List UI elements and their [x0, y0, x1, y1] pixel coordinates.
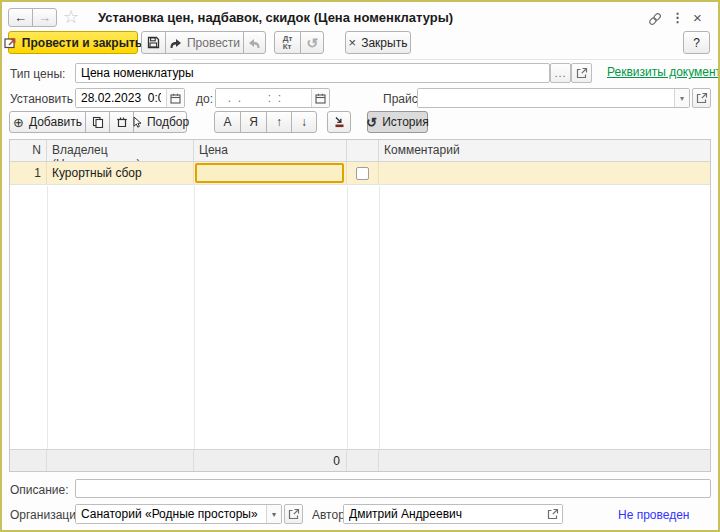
undo-arrow-icon [248, 37, 261, 49]
favorite-star-icon[interactable]: ☆ [63, 6, 79, 28]
grid-line [47, 186, 48, 449]
price-list-open-button[interactable] [692, 88, 711, 108]
set-from-field [75, 88, 185, 108]
author-field [343, 504, 563, 524]
sort-desc-button[interactable]: Я [240, 111, 267, 133]
col-header-n[interactable]: N [10, 140, 47, 161]
posting-history-button[interactable]: ↺ [300, 31, 324, 54]
post-and-close-button[interactable]: Провести и закрыть [8, 31, 138, 54]
history-button[interactable]: ↺ История [367, 111, 428, 133]
post-button[interactable]: Провести [165, 31, 244, 54]
set-to-calendar-button[interactable] [311, 89, 329, 107]
pick-label: Подбор [147, 115, 189, 129]
table-row[interactable]: 1 Курортный сбор [10, 162, 710, 185]
grid-line [194, 186, 195, 449]
price-total: 0 [194, 450, 347, 471]
add-row-button[interactable]: ⊕ Добавить [9, 111, 86, 133]
more-menu-icon[interactable]: ⋮ [671, 10, 684, 25]
copy-row-button[interactable] [85, 111, 110, 133]
document-window: ← → ☆ Установка цен, надбавок, скидок (Ц… [0, 0, 720, 532]
move-down-button[interactable]: ↓ [291, 111, 317, 133]
status-badge: Не проведен [618, 508, 689, 522]
close-button[interactable]: × Закрыть [345, 31, 411, 54]
document-details-link[interactable]: Реквизиты документа [607, 65, 720, 79]
price-cell[interactable] [194, 162, 347, 184]
sort-asc-button[interactable]: А [214, 111, 241, 133]
ellipsis-icon: ... [554, 67, 566, 79]
toolbar-separator [172, 59, 712, 60]
description-label: Описание: [10, 483, 69, 497]
price-type-more-button[interactable]: ... [550, 63, 571, 83]
arrow-to-bar-icon [333, 116, 346, 129]
close-window-icon[interactable]: × [693, 9, 702, 26]
debit-credit-button[interactable]: ДтКт [274, 31, 301, 54]
row-number-cell: 1 [10, 162, 47, 184]
arrow-up-icon: ↑ [276, 115, 282, 129]
author-open-button[interactable] [544, 505, 562, 523]
back-arrow-icon: ← [14, 10, 27, 25]
price-active-editor[interactable] [195, 163, 344, 183]
open-icon [288, 508, 300, 520]
flag-cell [347, 162, 379, 184]
forward-button[interactable]: → [32, 8, 57, 27]
price-list-field: ▾ [417, 88, 690, 108]
back-button[interactable]: ← [8, 8, 33, 27]
table-header: N Владелец (Номенклатура) Цена Комментар… [10, 140, 710, 162]
table-footer: 0 [10, 449, 710, 471]
forward-arrow-icon: → [38, 10, 51, 25]
post-label: Провести [187, 36, 240, 50]
prices-table: N Владелец (Номенклатура) Цена Комментар… [9, 139, 711, 472]
set-from-input[interactable] [76, 89, 166, 107]
post-arrow-icon [169, 37, 182, 49]
grid-line [379, 186, 380, 449]
col-header-check[interactable] [347, 140, 379, 161]
table-edit-group: ⊕ Добавить [9, 111, 187, 133]
chevron-down-icon: ▾ [272, 510, 276, 519]
add-row-label: Добавить [29, 115, 82, 129]
arrow-down-icon: ↓ [301, 115, 307, 129]
row-checkbox[interactable] [356, 167, 369, 180]
post-and-close-label: Провести и закрыть [22, 36, 142, 50]
get-link-icon[interactable] [647, 11, 663, 27]
history-label: История [382, 115, 429, 129]
calendar-icon [170, 93, 181, 104]
author-input[interactable] [344, 505, 544, 523]
page-title: Установка цен, надбавок, скидок (Цена но… [98, 10, 453, 25]
help-button[interactable]: ? [683, 31, 710, 54]
price-type-input[interactable] [75, 63, 550, 83]
pick-button[interactable]: Подбор [133, 111, 187, 133]
help-icon: ? [693, 36, 700, 50]
organization-input[interactable] [76, 505, 266, 523]
posting-history-icon: ↺ [306, 35, 318, 51]
col-header-price[interactable]: Цена [194, 140, 347, 161]
set-to-input[interactable] [216, 89, 311, 107]
price-list-dropdown-button[interactable]: ▾ [674, 89, 689, 107]
add-icon: ⊕ [13, 115, 24, 130]
price-type-open-button[interactable] [571, 63, 592, 83]
price-list-input[interactable] [418, 89, 674, 107]
calendar-icon [315, 93, 326, 104]
organization-field: ▾ [75, 504, 282, 524]
open-icon [547, 508, 559, 520]
sort-move-group: А Я ↑ ↓ [214, 111, 317, 133]
load-prices-button[interactable] [327, 111, 351, 133]
move-up-button[interactable]: ↑ [266, 111, 292, 133]
letter-ya-icon: Я [249, 115, 258, 129]
col-header-comment[interactable]: Комментарий [379, 140, 710, 161]
save-button[interactable] [141, 31, 166, 54]
owner-cell[interactable]: Курортный сбор [47, 162, 194, 184]
set-from-calendar-button[interactable] [166, 89, 184, 107]
grid-line [347, 186, 348, 449]
organization-dropdown-button[interactable]: ▾ [266, 505, 281, 523]
col-header-owner[interactable]: Владелец (Номенклатура) [47, 140, 194, 161]
undo-post-button[interactable] [243, 31, 266, 54]
price-list-label: Прайс: [383, 92, 421, 106]
comment-cell[interactable] [379, 162, 710, 184]
nav-buttons: ← → [8, 8, 57, 27]
post-and-close-icon [4, 36, 17, 49]
trash-icon [116, 116, 128, 128]
organization-open-button[interactable] [284, 504, 303, 524]
chevron-down-icon: ▾ [680, 94, 684, 103]
copy-icon [92, 116, 104, 128]
description-input[interactable] [75, 479, 711, 498]
